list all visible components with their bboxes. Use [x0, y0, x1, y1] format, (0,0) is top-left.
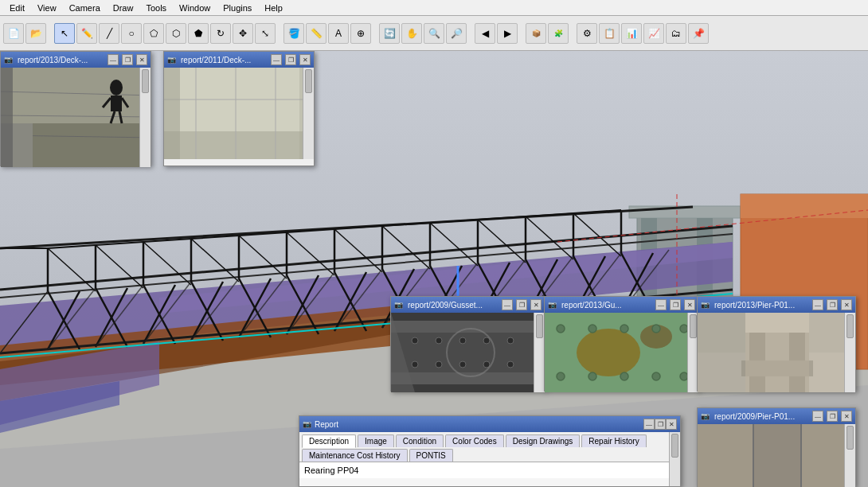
toolbar-text[interactable]: A [328, 23, 349, 44]
svg-rect-161 [741, 360, 813, 376]
window-pier-2009-scrollbar[interactable] [844, 424, 855, 487]
toolbar-zoom[interactable]: 🔍 [424, 23, 444, 44]
window-gusset-2009-minimize[interactable]: — [502, 299, 513, 310]
toolbar-extra3[interactable]: 📊 [621, 23, 642, 44]
window-gusset-2013-scrollbar-thumb[interactable] [690, 314, 697, 338]
svg-rect-137 [391, 321, 545, 333]
menu-item-tools[interactable]: Tools [139, 0, 173, 16]
window-deck-2011-minimize[interactable]: — [271, 54, 282, 65]
window-deck-2011-title: report/2011/Deck-... [181, 56, 268, 64]
window-deck-2011-scrollbar[interactable] [303, 68, 314, 159]
window-pier-2009[interactable]: 📷 report/2009/Pier-P01... — ❐ ✕ [697, 407, 856, 487]
report-title: Report [315, 420, 338, 429]
report-scrollbar[interactable] [669, 432, 680, 486]
menu-item-view[interactable]: View [31, 0, 63, 16]
report-window[interactable]: 📷 Report — ❐ ✕ Description Image Conditi… [299, 415, 681, 487]
window-pier-2013-restore[interactable]: ❐ [827, 299, 838, 310]
toolbar-zoom-ext[interactable]: 🔎 [446, 23, 467, 44]
toolbar-next-view[interactable]: ▶ [497, 23, 518, 44]
toolbar-pencil[interactable]: ✏️ [76, 23, 97, 44]
svg-rect-109 [1, 68, 13, 167]
toolbar-shape1[interactable]: ⬠ [143, 23, 164, 44]
tab-repair-history[interactable]: Repair History [581, 434, 646, 447]
tab-maintenance-cost-history[interactable]: Maintenance Cost History [302, 449, 408, 462]
window-deck-2013-minimize[interactable]: — [108, 54, 119, 65]
toolbar-pan[interactable]: ✋ [401, 23, 422, 44]
toolbar-extra1[interactable]: ⚙ [577, 23, 597, 44]
window-gusset-2013-minimize[interactable]: — [655, 299, 667, 310]
tab-description[interactable]: Description [302, 434, 356, 448]
window-deck-2011-content [164, 68, 314, 159]
report-minimize[interactable]: — [643, 419, 655, 430]
window-pier-2009-scrollbar-thumb[interactable] [846, 426, 854, 450]
tab-design-drawings[interactable]: Design Drawings [506, 434, 581, 447]
window-deck-2013[interactable]: 📷 report/2013/Deck-... — ❐ ✕ [0, 51, 151, 166]
window-deck-2011-scrollbar-thumb[interactable] [305, 69, 312, 93]
window-pier-2009-restore[interactable]: ❐ [827, 411, 838, 422]
toolbar-shape3[interactable]: ⬟ [188, 23, 209, 44]
toolbar-new[interactable]: 📄 [3, 23, 24, 44]
toolbar-extra4[interactable]: 📈 [643, 23, 664, 44]
svg-rect-138 [391, 372, 545, 384]
toolbar-paint[interactable]: 🪣 [283, 23, 304, 44]
window-pier-2013-scrollbar[interactable] [844, 313, 855, 392]
menu-item-help[interactable]: Help [258, 0, 289, 16]
toolbar-axes[interactable]: ⊕ [350, 23, 371, 44]
toolbar-open[interactable]: 📂 [25, 23, 46, 44]
tab-pontis[interactable]: PONTIS [409, 449, 453, 462]
toolbar-extra6[interactable]: 📌 [688, 23, 709, 44]
menu-item-plugins[interactable]: Plugins [217, 0, 258, 16]
window-gusset-2009-scrollbar[interactable] [534, 313, 545, 392]
window-pier-2013-close[interactable]: ✕ [841, 299, 852, 310]
toolbar-line[interactable]: ╱ [99, 23, 119, 44]
toolbar-component1[interactable]: 📦 [526, 23, 546, 44]
toolbar-orbit[interactable]: 🔄 [379, 23, 400, 44]
toolbar-extra5[interactable]: 🗂 [666, 23, 686, 44]
svg-point-147 [620, 325, 628, 333]
toolbar-scale[interactable]: ⤡ [255, 23, 276, 44]
window-gusset-2013-close[interactable]: ✕ [684, 299, 695, 310]
window-gusset-2009-restore[interactable]: ❐ [516, 299, 527, 310]
window-gusset-2009-scrollbar-thumb[interactable] [536, 314, 543, 338]
window-gusset-2009-titlebar: 📷 report/2009/Gusset... — ❐ ✕ [391, 297, 545, 313]
window-pier-2013[interactable]: 📷 report/2013/Pier-P01... — ❐ ✕ [697, 296, 856, 392]
report-restore[interactable]: ❐ [655, 419, 666, 430]
toolbar-circle[interactable]: ○ [121, 23, 142, 44]
report-close[interactable]: ✕ [666, 419, 677, 430]
toolbar-move[interactable]: ✥ [233, 23, 253, 44]
tab-condition[interactable]: Condition [396, 434, 444, 447]
window-pier-2013-titlebar: 📷 report/2013/Pier-P01... — ❐ ✕ [698, 297, 855, 313]
window-deck-2013-restore[interactable]: ❐ [122, 54, 133, 65]
window-deck-2011-close[interactable]: ✕ [299, 54, 311, 65]
toolbar-extra2[interactable]: 📋 [599, 23, 620, 44]
window-pier-2013-scrollbar-thumb[interactable] [846, 314, 854, 338]
toolbar-rotate[interactable]: ↻ [210, 23, 231, 44]
menu-item-edit[interactable]: Edit [3, 0, 31, 16]
svg-rect-126 [391, 329, 545, 376]
window-gusset-2013[interactable]: 📷 report/2013/Gu... — ❐ ✕ [544, 296, 699, 392]
window-pier-2013-minimize[interactable]: — [812, 299, 823, 310]
toolbar-select[interactable]: ↖ [54, 23, 75, 44]
menu-item-draw[interactable]: Draw [107, 0, 140, 16]
window-gusset-2013-restore[interactable]: ❐ [670, 299, 681, 310]
window-deck-2011[interactable]: 📷 report/2011/Deck-... — ❐ ✕ [163, 51, 315, 166]
menu-item-camera[interactable]: Camera [63, 0, 107, 16]
toolbar-component2[interactable]: 🧩 [548, 23, 569, 44]
tab-color-codes[interactable]: Color Codes [445, 434, 504, 447]
window-pier-2009-close[interactable]: ✕ [841, 411, 852, 422]
toolbar-prev-view[interactable]: ◀ [475, 23, 495, 44]
toolbar-shape2[interactable]: ⬡ [166, 23, 186, 44]
menu-item-window[interactable]: Window [173, 0, 217, 16]
report-scrollbar-thumb[interactable] [671, 434, 678, 458]
toolbar-tape[interactable]: 📏 [306, 23, 326, 44]
window-gusset-2009[interactable]: 📷 report/2009/Gusset... — ❐ ✕ [390, 296, 545, 392]
window-pier-2009-minimize[interactable]: — [812, 411, 823, 422]
canvas-area[interactable]: 📷 report/2013/Deck-... — ❐ ✕ [0, 51, 868, 487]
window-gusset-2009-close[interactable]: ✕ [530, 299, 542, 310]
window-deck-2013-scrollbar[interactable] [139, 68, 151, 167]
window-deck-2013-scrollbar-thumb[interactable] [142, 69, 149, 93]
window-deck-2011-restore[interactable]: ❐ [285, 54, 296, 65]
window-deck-2013-close[interactable]: ✕ [136, 54, 147, 65]
tab-image[interactable]: Image [358, 434, 394, 447]
svg-rect-158 [745, 321, 809, 333]
